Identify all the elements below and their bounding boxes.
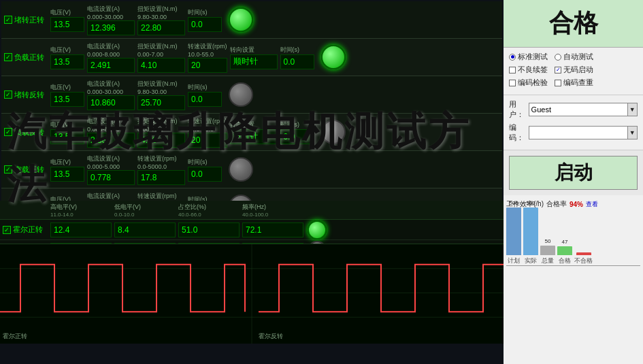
time-group-3: 时间(s) 0.0 <box>188 83 222 107</box>
torque-group-3: 扭矩设置(N.m) 9.80-30.00 25.70 <box>137 80 185 110</box>
radio-standard[interactable] <box>509 54 516 61</box>
voltage-group-5: 电压(V) 13.5 <box>50 158 84 182</box>
speed-group-2: 转速设置(rpm) 10.0-55.0 20 <box>188 42 227 73</box>
voltage-group-4: 电压(V) 13.5 <box>50 120 84 144</box>
current-value-3: 10.860 <box>87 95 135 110</box>
code-input[interactable] <box>529 126 628 139</box>
row-label-2: ✓ 负载正转 <box>4 52 50 63</box>
hall-col-freq: 频率(Hz) 40.0-100.0 <box>242 203 303 218</box>
option-no-code-label: 无码启动 <box>563 65 593 75</box>
chart-section: 工作效率(/h) 合格率 94% 查看 500 计划 500 实际 50 总量 <box>504 195 643 364</box>
bar-total: 50 总量 <box>540 238 555 265</box>
voltage-value-5: 13.5 <box>50 167 84 182</box>
waveform-label-right: 霍尔反转 <box>259 332 283 341</box>
chart-extra[interactable]: 查看 <box>586 200 598 209</box>
row-name-4: 负载反转 <box>14 127 44 137</box>
bar-pass-value: 47 <box>562 239 568 245</box>
hall-col-low: 低电平(V) 0.0-10.0 <box>114 203 176 218</box>
waveform-area: 霍尔正转 霍尔反转 <box>0 244 504 344</box>
bar-total-rect <box>540 246 555 255</box>
speed-label-2: 转速设置(rpm) <box>188 42 227 51</box>
option-bad-continue[interactable]: 不良续签 <box>509 65 548 75</box>
bar-actual-rect <box>523 208 538 255</box>
pass-header: 合格 <box>504 0 643 48</box>
bar-fail: 不合格 <box>574 251 593 265</box>
checkbox-4[interactable]: ✓ <box>4 128 12 136</box>
indicator-4 <box>321 120 346 144</box>
row-name-1: 堵转正转 <box>14 15 44 25</box>
current-value-1: 12.396 <box>87 20 135 35</box>
checkbox-bad-continue[interactable] <box>509 67 516 73</box>
option-encode-recheck-label: 编码查重 <box>563 78 593 88</box>
table-row: ✓ 堵转正转 电压(V) 13.5 电流设置(A) 0.000-30.000 1… <box>1 1 502 39</box>
chart-bars: 500 计划 500 实际 50 总量 47 合格 <box>506 212 640 266</box>
current-range-2: 0.000-8.000 <box>87 51 135 58</box>
current-group-2: 电流设置(A) 0.000-8.000 2.491 <box>87 42 135 73</box>
speed-group-5: 转速设置(rpm) 0.0-5000.0 17.8 <box>137 154 185 185</box>
option-encode-check[interactable]: 编码检验 <box>509 78 548 88</box>
indicator-2 <box>321 45 346 69</box>
bar-pass-label: 合格 <box>559 257 571 265</box>
user-input[interactable] <box>529 103 628 116</box>
checkbox-5[interactable]: ✓ <box>4 165 12 173</box>
torque-group-4: 扭矩设置(N.m) 0.00-7.00 4.10 <box>137 117 185 148</box>
option-encode-check-label: 编码检验 <box>518 78 548 88</box>
option-encode-recheck[interactable]: 编码查重 <box>555 78 593 88</box>
bar-plan: 500 计划 <box>506 200 521 265</box>
hall-header: 高电平(V) 11.0-14.0 低电平(V) 0.0-10.0 占空比(%) … <box>0 201 504 220</box>
indicator-1 <box>229 7 253 32</box>
speed-group-4: 转速设置(rpm) 10.0-55.0 20 <box>188 117 227 148</box>
time-value-4: 0.0 <box>280 129 314 144</box>
option-no-code-start[interactable]: 无码启动 <box>555 65 593 75</box>
checkbox-2[interactable]: ✓ <box>4 53 12 61</box>
torque-value-1: 22.80 <box>137 20 185 35</box>
direction-label-2: 转向设置 <box>230 46 278 54</box>
time-value-5: 0.0 <box>188 167 222 182</box>
option-row-3: 编码检验 编码查重 <box>509 78 638 88</box>
option-auto-test[interactable]: 自动测试 <box>555 52 593 62</box>
time-group-1: 时间(s) 0.0 <box>188 8 222 32</box>
code-dropdown-arrow[interactable]: ▼ <box>628 126 638 139</box>
time-group-5: 时间(s) 0.0 <box>188 158 222 182</box>
hall-high-1: 12.4 <box>50 222 112 237</box>
time-group-4: 时间(s) 0.0 <box>280 120 314 144</box>
checkbox-no-code-start[interactable] <box>555 67 561 73</box>
hall-checkbox-1[interactable]: ✓ <box>3 226 11 234</box>
start-button[interactable]: 启动 <box>509 156 638 190</box>
option-standard-test[interactable]: 标准测试 <box>509 52 548 62</box>
checkbox-3[interactable]: ✓ <box>4 90 12 99</box>
bar-fail-rect <box>576 252 591 255</box>
speed-value-2: 20 <box>188 58 227 73</box>
waveform-label-left: 霍尔正转 <box>3 332 27 341</box>
bar-total-value: 50 <box>545 238 551 244</box>
bar-pass-rect <box>557 246 572 255</box>
option-auto-label: 自动测试 <box>563 52 593 62</box>
hall-duty-1: 51.0 <box>178 222 240 237</box>
right-panel: 合格 标准测试 自动测试 不良续签 无码启动 <box>504 0 643 364</box>
table-row: ✓ 空载正转 电压(V) 13.5 电流设置(A) 0.000-5.000 0.… <box>1 151 502 188</box>
speed-value-4: 20 <box>188 133 227 148</box>
torque-value-2: 4.10 <box>137 58 185 73</box>
checkbox-encode-recheck[interactable] <box>555 80 561 86</box>
pass-label: 合格 <box>549 7 598 40</box>
code-row: 编码： ▼ <box>509 122 638 143</box>
checkbox-1[interactable]: ✓ <box>4 16 12 24</box>
test-rows: ✓ 堵转正转 电压(V) 13.5 电流设置(A) 0.000-30.000 1… <box>0 0 504 227</box>
time-label-2: 时间(s) <box>280 46 314 54</box>
time-value-3: 0.0 <box>188 92 222 107</box>
bar-fail-label: 不合格 <box>574 257 593 265</box>
checkbox-encode-check[interactable] <box>509 80 516 86</box>
voltage-value-4: 13.5 <box>50 129 84 144</box>
row-name-5: 空载正转 <box>14 165 44 175</box>
torque-label-1: 扭矩设置(N.m) <box>137 5 185 14</box>
hall-freq-1: 72.1 <box>242 222 303 237</box>
torque-range-1: 9.80-30.00 <box>137 14 185 20</box>
time-value-2: 0.0 <box>280 54 314 69</box>
table-row: ✓ 负载反转 电压(V) 13.5 电流设置(A) 0.000-8.000 2.… <box>1 114 502 151</box>
direction-group-2: 转向设置 顺时针 <box>230 46 278 69</box>
user-dropdown-arrow[interactable]: ▼ <box>628 103 638 116</box>
direction-group-4: 转向设置 逆时针 <box>230 120 278 144</box>
user-row: 用户： ▼ <box>509 99 638 120</box>
input-section: 用户： ▼ 编码： ▼ <box>504 95 643 150</box>
radio-auto[interactable] <box>555 54 561 61</box>
